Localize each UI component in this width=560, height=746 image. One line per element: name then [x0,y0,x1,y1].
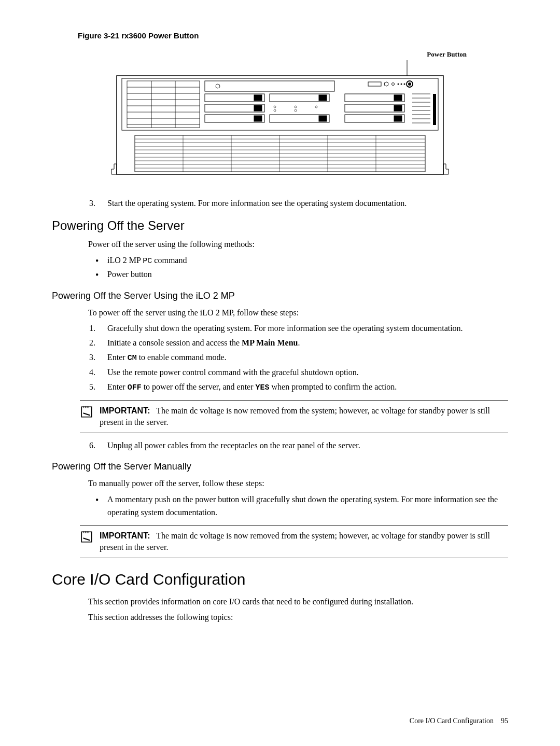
ilo-steps: Gracefully shut down the operating syste… [89,322,508,394]
svg-point-22 [408,82,411,86]
important-callout: IMPORTANT: The main dc voltage is now re… [80,526,508,558]
svg-rect-37 [394,105,402,111]
svg-rect-28 [394,95,402,101]
list-item: Use the remote power control command wit… [89,366,508,379]
step-number: 3. [89,198,107,209]
list-item: Enter OFF to power off the server, and e… [89,381,508,394]
svg-point-18 [398,84,399,85]
svg-point-34 [274,109,276,112]
ilo-steps-continued: Unplug all power cables from the recepta… [89,439,508,452]
svg-rect-39 [254,116,262,121]
step-text: Start the operating system. For more inf… [107,198,407,209]
svg-rect-24 [254,95,262,101]
list-item: A momentary push on the power button wil… [89,493,508,519]
manual-steps-list: A momentary push on the power button wil… [89,493,508,519]
svg-point-35 [295,109,297,112]
core-io-p1: This section provides information on cor… [88,596,508,608]
powering-off-methods-list: iLO 2 MP PC command Power button [89,254,508,281]
svg-rect-43 [394,116,402,121]
powering-off-intro: Power off the server using the following… [88,238,508,251]
step-3: 3. Start the operating system. For more … [89,198,508,209]
server-diagram [109,60,451,179]
svg-rect-52 [433,94,436,125]
svg-rect-68 [81,407,92,417]
svg-rect-69 [81,532,92,542]
list-item: Enter CM to enable command mode. [89,351,508,365]
svg-rect-41 [319,116,327,121]
svg-point-17 [392,83,395,86]
callout-text: IMPORTANT: The main dc voltage is now re… [100,530,508,554]
important-callout: IMPORTANT: The main dc voltage is now re… [80,400,508,433]
list-item: Gracefully shut down the operating syste… [89,322,508,335]
ilo-intro: To power off the server using the iLO 2 … [88,307,508,319]
list-item: Unplug all power cables from the recepta… [89,439,508,452]
figure-caption: Figure 3-21 rx3600 Power Button [78,31,508,40]
svg-rect-26 [319,95,327,101]
power-button-label: Power Button [52,50,467,59]
svg-rect-13 [205,81,334,91]
svg-point-16 [384,82,388,86]
svg-rect-3 [127,81,200,128]
note-icon [80,405,95,421]
svg-rect-15 [368,82,381,86]
page-footer: Core I/O Card Configuration 95 [410,717,508,725]
note-icon [80,530,95,546]
heading-manual-poweroff: Powering Off the Server Manually [52,461,508,472]
svg-point-31 [274,106,276,108]
svg-point-20 [404,84,405,85]
heading-core-io: Core I/O Card Configuration [52,571,508,588]
heading-powering-off: Powering Off the Server [52,218,508,233]
callout-text: IMPORTANT: The main dc voltage is now re… [100,405,508,429]
svg-point-32 [295,106,297,108]
svg-point-19 [401,84,402,85]
list-item: iLO 2 MP PC command [89,254,508,268]
list-item: Initiate a console session and access th… [89,337,508,349]
svg-rect-30 [254,105,262,111]
svg-point-14 [216,84,220,88]
list-item: Power button [89,268,508,281]
core-io-p2: This section addresses the following top… [88,611,508,624]
svg-rect-1 [117,76,443,174]
heading-ilo-poweroff: Powering Off the Server Using the iLO 2 … [52,291,508,301]
svg-point-33 [315,106,317,108]
manual-intro: To manually power off the server, follow… [88,477,508,490]
